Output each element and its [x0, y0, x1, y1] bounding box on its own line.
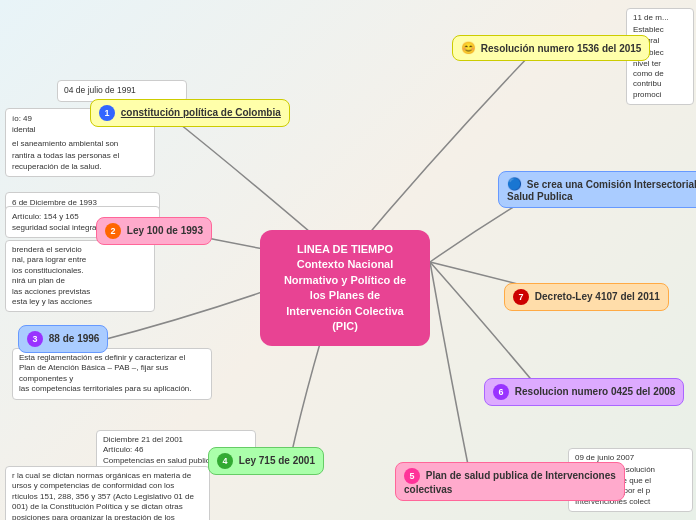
info-decreto88-text: Esta reglamentación es definir y caracte…	[12, 348, 212, 400]
info-ley100-text: brenderá el servicio nal, para lograr en…	[5, 240, 155, 312]
node-resolucion1536-label: Resolución numero 1536 del 2015	[481, 43, 642, 54]
emoji-blue-circle: 🔵	[507, 177, 522, 191]
node-ley100-label: Ley 100 de 1993	[127, 225, 203, 236]
node-number-4: 4	[217, 453, 233, 469]
canvas: LINEA DE TIEMPO Contexto Nacional Normat…	[0, 0, 696, 520]
node-number-1: 1	[99, 105, 115, 121]
node-comision-label: Se crea una Comisión IntersectorialSalud…	[507, 179, 696, 202]
node-decreto4107[interactable]: 7 Decreto-Ley 4107 del 2011	[504, 283, 669, 311]
node-resolucion0425[interactable]: 6 Resolucion numero 0425 del 2008	[484, 378, 684, 406]
node-ley715[interactable]: 4 Ley 715 de 2001	[208, 447, 324, 475]
node-decreto4107-label: Decreto-Ley 4107 del 2011	[535, 291, 660, 302]
node-decreto88-label: 88 de 1996	[49, 333, 100, 344]
node-number-5: 5	[404, 468, 420, 484]
node-comision[interactable]: 🔵 Se crea una Comisión IntersectorialSal…	[498, 171, 696, 208]
node-resolucion1536[interactable]: 😊 Resolución numero 1536 del 2015	[452, 35, 650, 61]
emoji-smile: 😊	[461, 41, 476, 55]
node-number-6: 6	[493, 384, 509, 400]
center-node[interactable]: LINEA DE TIEMPO Contexto Nacional Normat…	[260, 230, 430, 346]
center-title: LINEA DE TIEMPO Contexto Nacional Normat…	[284, 243, 406, 332]
node-plansalud[interactable]: 5 Plan de salud publica de Intervencione…	[395, 462, 625, 501]
node-ley100[interactable]: 2 Ley 100 de 1993	[96, 217, 212, 245]
node-constitucion-label: constitución política de Colombia	[121, 107, 281, 118]
node-decreto88[interactable]: 3 88 de 1996	[18, 325, 108, 353]
node-plansalud-label: Plan de salud publica de Intervencionesc…	[404, 470, 616, 495]
info-ley715-text: r la cual se dictan normas orgánicas en …	[5, 466, 210, 520]
node-constitucion[interactable]: 1 constitución política de Colombia	[90, 99, 290, 127]
node-number-7: 7	[513, 289, 529, 305]
node-number-3: 3	[27, 331, 43, 347]
node-number-2: 2	[105, 223, 121, 239]
node-ley715-label: Ley 715 de 2001	[239, 455, 315, 466]
node-resolucion0425-label: Resolucion numero 0425 del 2008	[515, 386, 676, 397]
